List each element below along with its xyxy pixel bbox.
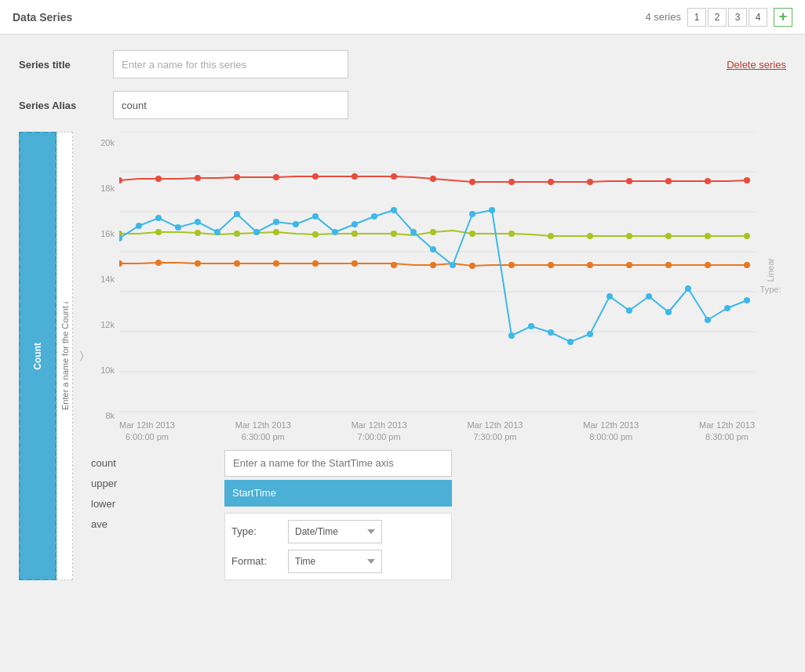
svg-point-11 xyxy=(234,174,240,180)
y-label-8k: 8k xyxy=(91,411,115,420)
svg-point-21 xyxy=(626,178,632,184)
svg-point-46 xyxy=(273,260,279,267)
x-axis-form: Type: Date/Time Number String Format: Ti… xyxy=(224,513,452,580)
y-axis-bar[interactable]: Count xyxy=(19,132,56,580)
svg-point-60 xyxy=(136,223,142,229)
series-tab-3[interactable]: 3 xyxy=(728,8,747,27)
svg-point-22 xyxy=(665,178,672,184)
y-axis-name-wrapper xyxy=(56,132,73,580)
svg-point-78 xyxy=(489,207,495,213)
svg-point-65 xyxy=(234,211,240,217)
svg-point-34 xyxy=(469,231,475,237)
x-label-6: Mar 12th 20138:30:00 pm xyxy=(699,420,755,444)
x-type-label: Type: xyxy=(231,525,279,537)
svg-point-52 xyxy=(508,262,515,268)
svg-point-12 xyxy=(273,174,279,180)
svg-point-32 xyxy=(391,231,397,237)
series-tab-1[interactable]: 1 xyxy=(687,8,706,27)
svg-point-87 xyxy=(665,309,672,315)
svg-point-63 xyxy=(195,219,201,225)
svg-point-57 xyxy=(705,262,711,268)
svg-point-83 xyxy=(587,331,593,337)
x-axis-name-input[interactable] xyxy=(224,450,452,477)
svg-point-15 xyxy=(391,173,397,180)
y-label-10k: 10k xyxy=(91,365,115,375)
x-label-5: Mar 12th 20138:00:00 pm xyxy=(583,420,639,444)
svg-point-84 xyxy=(606,293,613,300)
series-item-count: count xyxy=(91,453,224,474)
x-type-row: Type: Date/Time Number String xyxy=(231,520,445,543)
svg-point-81 xyxy=(548,329,554,336)
svg-point-14 xyxy=(352,173,358,180)
page-title: Data Series xyxy=(13,11,72,24)
svg-point-26 xyxy=(155,229,162,235)
svg-point-30 xyxy=(312,231,319,238)
x-format-select[interactable]: Time Date DateTime xyxy=(288,550,382,573)
series-alias-row: Series Alias xyxy=(19,91,786,119)
x-type-select[interactable]: Date/Time Number String xyxy=(288,520,382,543)
svg-point-73 xyxy=(391,207,397,213)
svg-point-49 xyxy=(391,262,397,268)
series-tab-2[interactable]: 2 xyxy=(708,8,727,27)
series-alias-input[interactable] xyxy=(113,91,348,119)
svg-point-79 xyxy=(508,332,515,339)
x-label-4: Mar 12th 20137:30:00 pm xyxy=(467,420,523,444)
header: Data Series 4 series 1 2 3 4 + xyxy=(0,0,805,35)
chart-expand-arrow[interactable]: 〉 xyxy=(73,132,91,580)
svg-point-18 xyxy=(508,179,515,185)
svg-point-62 xyxy=(175,224,181,231)
y-label-12k: 12k xyxy=(91,320,115,329)
svg-point-16 xyxy=(430,176,436,182)
svg-point-44 xyxy=(195,260,201,267)
svg-point-54 xyxy=(587,262,593,268)
x-label-2: Mar 12th 20136:30:00 pm xyxy=(235,420,291,444)
svg-point-23 xyxy=(705,178,711,184)
series-list: count upper lower ave xyxy=(91,450,224,580)
svg-point-74 xyxy=(410,229,417,235)
svg-point-29 xyxy=(273,229,279,235)
chart-svg xyxy=(119,132,755,414)
chart-section: Count 〉 20k 18k 16k 14k 12k 10k 8k xyxy=(19,132,786,580)
svg-point-9 xyxy=(155,176,162,182)
x-axis-field-label: StartTime xyxy=(232,487,276,499)
svg-point-53 xyxy=(548,262,554,268)
svg-point-40 xyxy=(705,233,711,239)
svg-point-76 xyxy=(450,262,456,268)
svg-point-64 xyxy=(214,229,220,235)
x-label-1: Mar 12th 20136:00:00 pm xyxy=(119,420,175,444)
series-title-label: Series title xyxy=(19,59,113,71)
bottom-section: count upper lower ave StartTime xyxy=(91,450,786,580)
svg-point-8 xyxy=(119,177,122,183)
delete-series-link[interactable]: Delete series xyxy=(727,59,786,71)
svg-point-69 xyxy=(312,213,319,220)
svg-point-61 xyxy=(155,215,162,221)
y-axis-bar-label: Count xyxy=(32,343,43,370)
series-item-upper: upper xyxy=(91,474,224,494)
chart-svg-area: Mar 12th 20136:00:00 pm Mar 12th 20136:3… xyxy=(119,132,755,444)
series-count: 4 series xyxy=(645,11,681,23)
series-title-input[interactable] xyxy=(113,50,348,78)
svg-point-42 xyxy=(119,260,122,267)
type-label-wrapper: Linear Type: xyxy=(755,132,786,444)
svg-point-68 xyxy=(293,221,299,227)
x-axis-selected-field[interactable]: StartTime xyxy=(224,480,452,507)
y-label-20k: 20k xyxy=(91,138,115,147)
svg-point-10 xyxy=(195,175,201,181)
content: Series title Delete series Series Alias … xyxy=(0,35,805,596)
svg-point-90 xyxy=(724,305,730,311)
series-tab-4[interactable]: 4 xyxy=(749,8,767,27)
add-series-button[interactable]: + xyxy=(774,8,792,27)
svg-point-39 xyxy=(665,233,672,239)
svg-point-36 xyxy=(548,233,554,239)
svg-point-86 xyxy=(646,293,652,300)
svg-point-82 xyxy=(567,339,574,345)
svg-point-88 xyxy=(685,285,691,292)
svg-point-24 xyxy=(744,177,750,183)
svg-point-80 xyxy=(528,323,534,329)
series-tabs: 1 2 3 4 xyxy=(687,8,767,27)
y-axis-name-input[interactable] xyxy=(57,302,72,410)
svg-point-19 xyxy=(548,179,554,185)
svg-point-71 xyxy=(352,221,358,227)
svg-point-91 xyxy=(744,297,750,303)
svg-point-31 xyxy=(352,231,358,237)
